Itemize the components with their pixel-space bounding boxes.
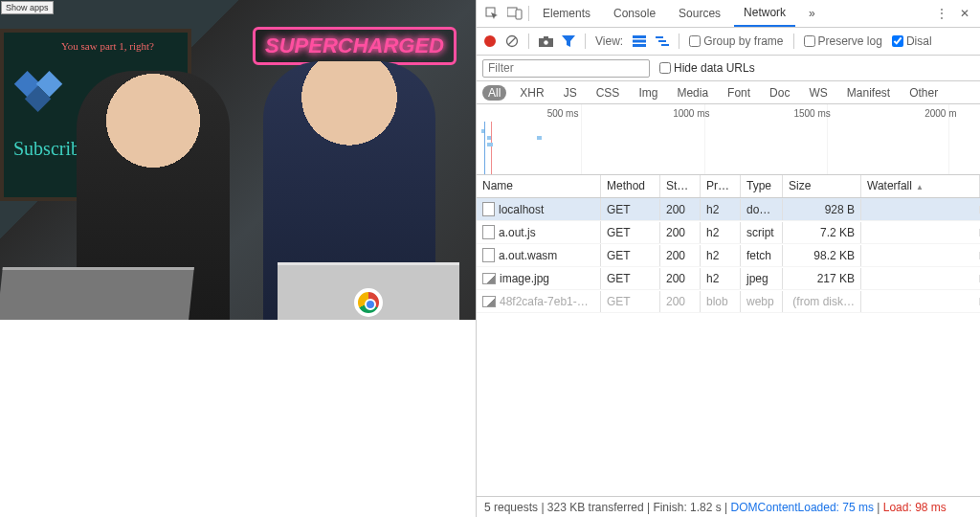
request-waterfall <box>861 229 980 236</box>
status-requests: 5 requests <box>484 501 538 514</box>
table-row[interactable]: a.out.jsGET200h2script7.2 KB <box>477 221 980 244</box>
svg-rect-9 <box>544 36 548 39</box>
request-waterfall <box>861 252 980 259</box>
request-protocol: h2 <box>701 199 741 220</box>
svg-rect-15 <box>658 40 666 42</box>
preserve-log-checkbox[interactable]: Preserve log <box>804 34 882 48</box>
request-status: 200 <box>660 268 701 289</box>
request-protocol: blob <box>701 291 741 312</box>
network-grid-header: Name Method Sta… Pro… Type Size Waterfal… <box>477 175 980 198</box>
tab-network[interactable]: Network <box>734 0 795 27</box>
table-row[interactable]: 48f2cafa-7eb1-…GET200blobwebp(from disk… <box>477 290 980 313</box>
clear-button[interactable] <box>505 34 519 48</box>
table-row[interactable]: a.out.wasmGET200h2fetch98.2 KB <box>477 244 980 267</box>
document-file-icon <box>482 225 495 239</box>
filter-input[interactable] <box>482 59 650 78</box>
request-method: GET <box>601 222 660 243</box>
request-name: image.jpg <box>500 272 549 285</box>
request-name: a.out.wasm <box>499 249 557 262</box>
col-name[interactable]: Name <box>477 175 601 197</box>
request-waterfall <box>861 206 980 214</box>
request-waterfall <box>861 298 980 305</box>
network-grid-body: localhostGET200h2doc…928 Ba.out.jsGET200… <box>477 198 980 496</box>
request-name: localhost <box>499 203 544 216</box>
request-waterfall <box>861 275 980 282</box>
page-blank-area <box>0 320 476 517</box>
request-status: 200 <box>660 199 701 220</box>
request-method: GET <box>601 245 660 266</box>
request-type: webp <box>741 291 783 312</box>
tab-elements[interactable]: Elements <box>533 1 600 26</box>
type-media[interactable]: Media <box>671 85 714 101</box>
request-protocol: h2 <box>701 245 741 266</box>
request-size: 98.2 KB <box>783 245 861 266</box>
page-video-frame: You saw part 1, right? Subscribe on YouT… <box>0 0 476 320</box>
waterfall-view-icon[interactable] <box>656 35 669 47</box>
group-by-frame-checkbox[interactable]: Group by frame <box>689 34 783 48</box>
col-waterfall[interactable]: Waterfall <box>861 175 980 197</box>
tab-console[interactable]: Console <box>604 1 665 26</box>
disable-cache-checkbox[interactable]: Disal <box>892 34 932 48</box>
polymer-logo-icon <box>13 71 85 124</box>
timeline-overview[interactable]: 500 ms 1000 ms 1500 ms 2000 m <box>477 104 980 175</box>
inspect-icon[interactable] <box>482 7 501 21</box>
type-filter-row: All XHR JS CSS Img Media Font Doc WS Man… <box>477 81 980 104</box>
request-protocol: h2 <box>701 268 741 289</box>
request-status: 200 <box>660 245 701 266</box>
image-file-icon <box>482 273 496 284</box>
request-type: fetch <box>741 245 783 266</box>
show-apps-button[interactable]: Show apps <box>1 1 54 14</box>
svg-rect-16 <box>661 44 669 46</box>
type-manifest[interactable]: Manifest <box>841 85 896 101</box>
tab-more-icon[interactable]: » <box>799 1 825 26</box>
device-toggle-icon[interactable] <box>505 7 524 20</box>
svg-rect-13 <box>633 44 646 47</box>
large-rows-icon[interactable] <box>633 35 646 47</box>
type-img[interactable]: Img <box>633 85 663 101</box>
chrome-logo-icon <box>354 288 383 317</box>
network-toolbar: View: Group by frame Preserve log Disal <box>477 28 980 56</box>
request-size: 7.2 KB <box>783 222 861 243</box>
filter-toggle-icon[interactable] <box>562 35 575 47</box>
request-method: GET <box>601 268 660 289</box>
view-label: View: <box>595 34 623 48</box>
request-type: doc… <box>741 199 783 220</box>
status-bar: 5 requests | 323 KB transferred | Finish… <box>477 496 980 517</box>
svg-point-10 <box>544 40 547 44</box>
image-file-icon <box>482 296 496 307</box>
request-method: GET <box>601 199 660 220</box>
table-row[interactable]: image.jpgGET200h2jpeg217 KB <box>477 267 980 290</box>
type-doc[interactable]: Doc <box>764 85 795 101</box>
svg-rect-14 <box>656 36 663 38</box>
request-name: 48f2cafa-7eb1-… <box>500 295 589 308</box>
request-method: GET <box>601 291 660 312</box>
hide-data-urls-checkbox[interactable]: Hide data URLs <box>659 61 755 75</box>
kebab-menu-icon[interactable]: ⋮ <box>932 7 951 20</box>
capture-screenshots-icon[interactable] <box>539 36 552 47</box>
type-ws[interactable]: WS <box>803 85 833 101</box>
type-css[interactable]: CSS <box>590 85 626 101</box>
tab-sources[interactable]: Sources <box>669 1 730 26</box>
type-js[interactable]: JS <box>558 85 583 101</box>
col-status[interactable]: Sta… <box>660 175 701 197</box>
col-type[interactable]: Type <box>741 175 783 197</box>
close-devtools-icon[interactable]: ✕ <box>955 7 974 20</box>
col-size[interactable]: Size <box>783 175 861 197</box>
neon-sign: SUPERCHARGED <box>253 27 457 65</box>
svg-rect-12 <box>633 40 646 43</box>
svg-line-7 <box>508 37 516 45</box>
record-button[interactable] <box>484 35 496 47</box>
col-method[interactable]: Method <box>601 175 660 197</box>
type-other[interactable]: Other <box>903 85 944 101</box>
request-name: a.out.js <box>499 226 536 239</box>
col-protocol[interactable]: Pro… <box>701 175 741 197</box>
table-row[interactable]: localhostGET200h2doc…928 B <box>477 198 980 221</box>
request-type: script <box>741 222 783 243</box>
type-xhr[interactable]: XHR <box>514 85 549 101</box>
document-file-icon <box>482 202 495 216</box>
laptop-left <box>0 267 194 320</box>
request-status: 200 <box>660 291 701 312</box>
type-font[interactable]: Font <box>722 85 756 101</box>
type-all[interactable]: All <box>482 85 506 101</box>
request-type: jpeg <box>741 268 783 289</box>
